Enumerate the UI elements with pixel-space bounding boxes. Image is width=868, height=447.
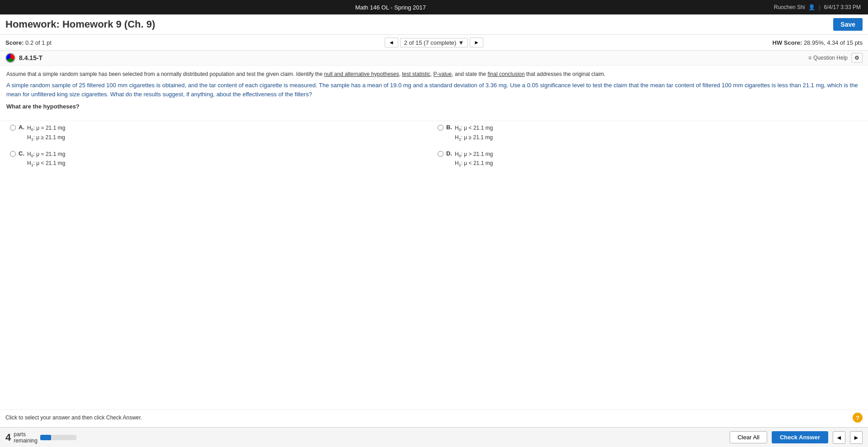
next-question-button[interactable]: ► [470, 38, 483, 47]
save-button[interactable]: Save [833, 18, 863, 31]
gear-icon: ⚙ [854, 55, 859, 61]
question-help-label: Question Help [813, 55, 848, 61]
hw-score-value: 28.95%, 4.34 of 15 pts [804, 39, 863, 46]
choice-label-c[interactable]: C. H0: μ = 21.1 mg H1: μ < 21.1 mg [10, 150, 430, 169]
page-title: Homework: Homework 9 (Ch. 9) [5, 19, 833, 30]
problem-text: A simple random sample of 25 filtered 10… [6, 81, 862, 99]
user-icon: 👤 [808, 4, 815, 10]
h1-line-c: H1: μ < 21.1 mg [27, 159, 65, 169]
h0-line-b: H0: μ < 21.1 mg [455, 124, 493, 133]
h0-line-c: H0: μ = 21.1 mg [27, 150, 65, 160]
question-prompt: What are the hypotheses? [6, 103, 862, 110]
hw-score-label: HW Score: [773, 39, 802, 46]
header-row: Homework: Homework 9 (Ch. 9) Save [0, 14, 868, 35]
settings-button[interactable]: ⚙ [851, 53, 863, 63]
h1-line-b: H1: μ ≥ 21.1 mg [455, 133, 493, 143]
instruction-text: Assume that a simple random sample has b… [6, 71, 862, 77]
course-title: Math 146 OL - Spring 2017 [355, 4, 426, 11]
score-right: HW Score: 28.95%, 4.34 of 15 pts [483, 39, 863, 46]
score-value: 0.2 of 1 pt [25, 39, 52, 46]
question-help-icon: ≡ [808, 55, 811, 61]
prev-question-button[interactable]: ◄ [385, 38, 398, 47]
score-label: Score: [5, 39, 24, 46]
choice-content-c: H0: μ = 21.1 mg H1: μ < 21.1 mg [27, 150, 65, 169]
choice-radio-c[interactable] [10, 151, 16, 157]
choice-content-b: H0: μ < 21.1 mg H1: μ ≥ 21.1 mg [455, 124, 493, 143]
nav-label-text: 2 of 15 (7 complete) [404, 39, 457, 46]
separator: | [819, 4, 820, 10]
nav-label: 2 of 15 (7 complete) ▼ [400, 38, 468, 47]
h1-line-a: H1: μ ≥ 21.1 mg [27, 133, 65, 143]
choice-label-d[interactable]: D. H0: μ > 21.1 mg H1: μ < 21.1 mg [438, 150, 858, 169]
choice-radio-d[interactable] [438, 151, 443, 157]
question-icon [5, 53, 15, 63]
date-time: 6/4/17 3:33 PM [824, 4, 861, 10]
question-id-row: 8.4.15-T ≡ Question Help ⚙ [0, 51, 868, 66]
top-bar: Math 146 OL - Spring 2017 Ruochen Shi 👤 … [0, 0, 868, 14]
choice-label-a[interactable]: A. H0: μ = 21.1 mg H1: μ ≥ 21.1 mg [10, 124, 430, 143]
choice-letter-c: C. [19, 150, 24, 157]
h1-line-d: H1: μ < 21.1 mg [455, 159, 493, 169]
choice-radio-b[interactable] [438, 125, 443, 131]
problem-area: Assume that a simple random sample has b… [0, 66, 868, 121]
user-name: Ruochen Shi [774, 4, 805, 10]
choice-group-a: A. H0: μ = 21.1 mg H1: μ ≥ 21.1 mg [6, 121, 434, 147]
choice-content-a: H0: μ = 21.1 mg H1: μ ≥ 21.1 mg [27, 124, 65, 143]
choice-radio-a[interactable] [10, 125, 16, 131]
h0-line-a: H0: μ = 21.1 mg [27, 124, 65, 133]
choices-area: A. H0: μ = 21.1 mg H1: μ ≥ 21.1 mg B. H0… [0, 121, 868, 178]
choice-group-b: B. H0: μ < 21.1 mg H1: μ ≥ 21.1 mg [434, 121, 862, 147]
choice-label-b[interactable]: B. H0: μ < 21.1 mg H1: μ ≥ 21.1 mg [438, 124, 858, 143]
nav-dropdown-icon[interactable]: ▼ [458, 39, 464, 46]
user-info: Ruochen Shi 👤 | 6/4/17 3:33 PM [774, 4, 861, 10]
choice-letter-b: B. [446, 124, 452, 131]
score-row: Score: 0.2 of 1 pt ◄ 2 of 15 (7 complete… [0, 35, 868, 51]
choice-letter-d: D. [446, 150, 452, 157]
question-help-link[interactable]: ≡ Question Help [808, 55, 848, 61]
choice-group-d: D. H0: μ > 21.1 mg H1: μ < 21.1 mg [434, 147, 862, 174]
score-left: Score: 0.2 of 1 pt [5, 39, 385, 46]
question-id-label: 8.4.15-T [19, 54, 808, 61]
choice-letter-a: A. [19, 124, 24, 131]
h0-line-d: H0: μ > 21.1 mg [455, 150, 493, 160]
choice-group-c: C. H0: μ = 21.1 mg H1: μ < 21.1 mg [6, 147, 434, 174]
choice-content-d: H0: μ > 21.1 mg H1: μ < 21.1 mg [455, 150, 493, 169]
nav-center: ◄ 2 of 15 (7 complete) ▼ ► [385, 38, 483, 47]
